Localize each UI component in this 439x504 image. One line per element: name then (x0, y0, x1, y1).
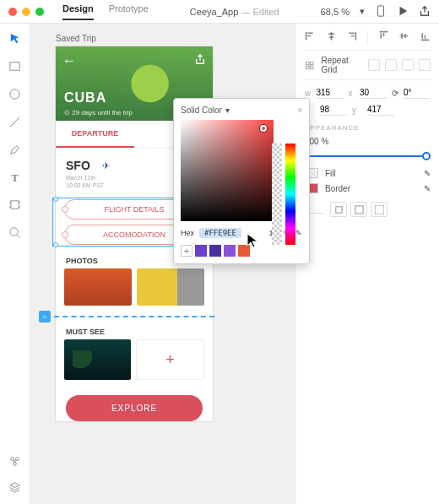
window-controls[interactable] (8, 8, 44, 16)
line-tool-icon[interactable] (8, 116, 21, 130)
repeat-grid-icon (305, 60, 314, 71)
hex-input[interactable]: #FFE9EE (199, 228, 241, 238)
rotation-input[interactable] (404, 87, 431, 99)
explore-button[interactable]: EXPLORE (66, 395, 203, 421)
svg-rect-8 (310, 62, 313, 65)
swatch-2[interactable] (209, 245, 221, 257)
border-eyedropper-icon[interactable]: ✎ (424, 184, 431, 193)
close-icon[interactable]: × (297, 106, 302, 115)
tab-prototype[interactable]: Prototype (109, 3, 149, 20)
align-bottom-icon[interactable] (420, 30, 431, 43)
artboard-tool-icon[interactable] (8, 198, 21, 213)
mustsee-heading: MUST SEE (56, 321, 213, 339)
repeat-handle-icon[interactable]: = (39, 311, 51, 322)
align-right-icon[interactable] (346, 30, 357, 43)
mustsee-add-button[interactable]: + (136, 339, 204, 380)
doc-name: Ceeya_App (190, 7, 239, 17)
text-tool-icon[interactable]: T (11, 171, 19, 185)
hero-share-icon[interactable] (194, 53, 206, 67)
photo-thumb-1[interactable] (64, 268, 132, 306)
device-preview-icon[interactable] (375, 5, 387, 19)
swatch-1[interactable] (195, 245, 207, 257)
hero-subtitle: ⊙ 29 days until the trip (64, 109, 133, 117)
chevron-down-icon[interactable]: ▾ (225, 106, 230, 115)
swatch-3[interactable] (224, 245, 236, 257)
appearance-heading: APPEARANCE (305, 124, 431, 132)
artboard-label[interactable]: Saved Trip (56, 34, 295, 43)
back-arrow-icon[interactable]: ← (62, 53, 76, 68)
stroke-inner-icon[interactable] (330, 202, 347, 217)
boolean-intersect-icon[interactable] (402, 59, 414, 71)
assets-icon[interactable] (8, 455, 21, 469)
share-icon[interactable] (419, 5, 431, 19)
cursor-icon (247, 233, 258, 248)
zoom-tool-icon[interactable] (8, 226, 21, 241)
rectangle-tool-icon[interactable] (8, 60, 21, 74)
width-input[interactable] (317, 87, 344, 99)
plane-icon: ✈ (102, 160, 110, 171)
pen-tool-icon[interactable] (8, 144, 21, 158)
fill-eyedropper-icon[interactable]: ✎ (424, 169, 431, 178)
svg-rect-13 (375, 205, 384, 214)
departure-code: SFO (66, 159, 90, 172)
picker-eyedropper-icon[interactable]: ✎ (295, 229, 302, 237)
stroke-center-icon[interactable] (350, 202, 367, 217)
layers-icon[interactable] (8, 481, 21, 496)
height-input[interactable] (320, 104, 347, 116)
x-input[interactable] (360, 87, 387, 99)
color-mode-dropdown[interactable]: Solid Color (181, 106, 222, 115)
inspector-panel: Repeat Grid w x ⟳ y APPEARANCE 100 % (295, 24, 439, 504)
saturation-value-field[interactable] (181, 120, 274, 221)
close-dot[interactable] (8, 8, 17, 16)
repeat-grid-divider[interactable]: = (54, 316, 214, 317)
repeat-grid-button[interactable]: Repeat Grid (321, 56, 361, 74)
svg-rect-9 (306, 66, 309, 69)
photo-thumb-2[interactable] (137, 268, 204, 306)
document-title: Ceeya_App — Edited (149, 7, 321, 17)
tab-design[interactable]: Design (62, 3, 94, 20)
rotate-icon: ⟳ (392, 89, 398, 98)
doc-edited: — Edited (238, 7, 279, 17)
boolean-add-icon[interactable] (368, 59, 380, 71)
alpha-slider[interactable] (272, 144, 282, 245)
align-top-icon[interactable] (378, 30, 389, 43)
y-input[interactable] (367, 104, 394, 116)
tab-departure[interactable]: DEPARTURE (56, 121, 134, 148)
hue-slider[interactable] (285, 144, 295, 245)
play-icon[interactable] (397, 5, 409, 19)
hero-title: CUBA (64, 90, 106, 106)
mustsee-thumb-1[interactable] (64, 339, 131, 380)
x-label: x (349, 89, 355, 98)
align-middle-icon[interactable] (398, 30, 409, 43)
add-swatch-button[interactable]: + (181, 245, 192, 257)
minimize-dot[interactable] (22, 8, 30, 16)
opacity-slider[interactable] (305, 151, 431, 161)
width-label: w (305, 89, 312, 98)
align-left-icon[interactable] (305, 30, 316, 43)
y-label: y (352, 106, 362, 115)
boolean-subtract-icon[interactable] (385, 59, 397, 71)
align-center-h-icon[interactable] (326, 30, 337, 43)
border-label: Border (325, 184, 350, 193)
ellipse-tool-icon[interactable] (8, 88, 21, 102)
zoom-level[interactable]: 68,5 % (321, 7, 350, 17)
zoom-dot[interactable] (35, 8, 44, 16)
select-tool-icon[interactable] (8, 32, 21, 46)
boolean-exclude-icon[interactable] (419, 59, 431, 71)
hex-label: Hex (181, 229, 194, 237)
zoom-chevron-icon[interactable]: ▾ (360, 6, 365, 17)
svg-rect-0 (378, 5, 384, 15)
svg-rect-12 (355, 205, 362, 213)
svg-rect-11 (335, 206, 341, 212)
svg-point-2 (10, 89, 19, 99)
svg-rect-10 (310, 66, 313, 69)
tool-column: T (0, 24, 30, 504)
color-picker-popover[interactable]: Solid Color ▾ × Hex #FFE9EE 100 % ✎ + (173, 98, 310, 264)
svg-point-6 (14, 462, 17, 465)
svg-point-3 (10, 228, 18, 236)
fill-label: Fill (325, 169, 336, 178)
stroke-outer-icon[interactable] (371, 202, 388, 217)
svg-rect-1 (10, 62, 19, 70)
svg-rect-7 (306, 62, 309, 65)
